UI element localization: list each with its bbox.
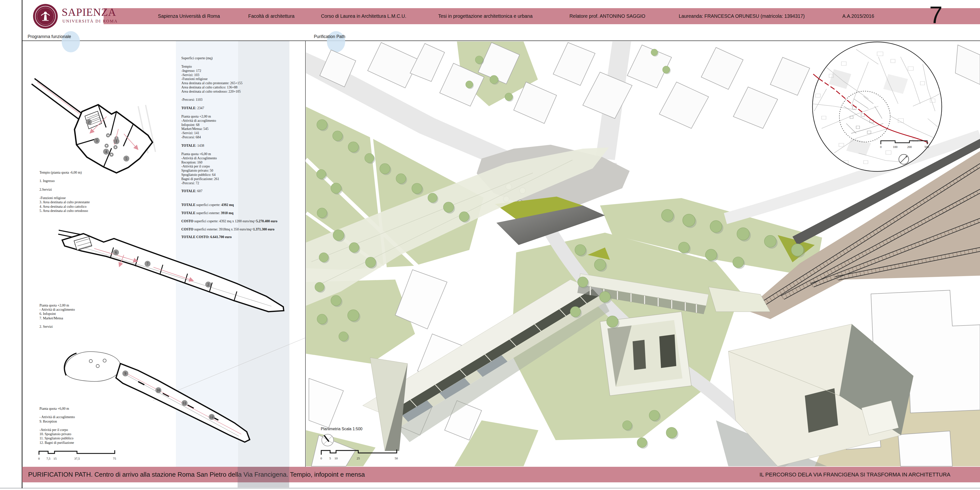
svg-text:9: 9 [125,372,126,375]
svg-text:4: 4 [105,150,107,153]
plans-scale-bar: 0 7,5 15 37,5 75 [38,450,116,460]
svg-text:1: 1 [116,140,118,143]
svg-text:25: 25 [357,456,360,460]
costo-esterne: COSTO superfici esterne: 3918mq x 350 eu… [181,227,290,231]
surfaces-tempio-block: Tempio -Ingresso: 172 -Servizi: 103 -Fun… [181,65,288,94]
plan1-legend: Tempio (pianta quota -6,00 m) 1. Ingress… [40,171,146,213]
header-bar: Sapienza Università di Roma Facoltà di a… [103,8,980,24]
header-item-year: A.A.2015/2016 [842,8,874,24]
svg-text:11: 11 [183,401,186,405]
plan-tempio [32,78,156,173]
svg-text:6: 6 [115,251,117,254]
svg-text:10: 10 [334,456,338,460]
svg-text:100: 100 [893,145,897,149]
footer-bar: PURIFICATION PATH. Centro di arrivo alla… [22,467,980,482]
svg-text:7,5: 7,5 [46,456,50,460]
plan2-legend: Pianta quota +2,00 m - Attività di accog… [40,303,146,329]
surfaces-totale-2: TOTALE: 1438 [181,144,290,148]
header-item-university: Sapienza Università di Roma [158,8,220,24]
plan-north-icon [322,434,334,446]
svg-text:0: 0 [880,145,881,149]
svg-text:75: 75 [113,456,116,460]
costo-coperte: COSTO superfici coperte: 4392 mq x 1200 … [181,219,290,223]
footer-grey-strip [238,467,289,488]
header-item-laureanda: Laureanda: FRANCESCA ORUNESU (matricola:… [679,8,805,24]
totale-esterne: TOTALE superfici esterne: 3918 mq [181,211,290,215]
svg-text:200: 200 [907,145,912,149]
svg-text:10: 10 [157,388,160,392]
svg-text:5: 5 [126,157,127,161]
svg-text:2: 2 [88,120,90,124]
header-item-relatore: Relatore prof. ANTONINO SAGGIO [570,8,645,24]
section-label-programma: Programma funzionale [28,34,71,39]
svg-text:3: 3 [96,139,98,143]
svg-text:0: 0 [38,456,40,460]
svg-text:15: 15 [54,456,57,460]
page-number: 7 [915,3,942,27]
svg-text:500: 500 [924,145,929,149]
svg-text:12: 12 [210,415,213,419]
footer-title: PURIFICATION PATH. Centro di arrivo alla… [28,467,365,482]
svg-text:Planimetria Scala 1:500: Planimetria Scala 1:500 [321,427,363,431]
totale-costo: TOTALE COSTO: 6.641.700 euro [181,235,290,239]
site-plan-svg: 0 100 200 500 Planimetria Scala 1:500 [305,41,980,467]
footer-right-motto: IL PERCORSO DELA VIA FRANCIGENA SI TRASF… [759,467,950,482]
svg-text:7: 7 [147,262,148,266]
svg-text:0: 0 [320,456,322,460]
plan3-legend: Pianta quota +6,00 m - Attività di accog… [40,407,146,445]
surfaces-totale-3: TOTALE: 607 [181,189,290,193]
svg-text:5: 5 [329,456,331,460]
logo-title: SAPIENZA [62,6,116,19]
floor-plans-svg: 1 2 3 4 5 6 7 2 9 10 11 12 0 7,5 15 37,5 [8,41,305,467]
surfaces-percorsi: -Percorsi: 1103 [181,98,288,102]
board-left-rule [22,0,22,488]
surfaces-title: Superfici coperte (mq) [181,56,288,61]
inset-north-icon [899,154,909,164]
board-bottom-rule [0,488,980,488]
plan-quota2 [58,230,284,312]
svg-text:50: 50 [395,456,398,460]
sapienza-emblem-icon [33,3,58,29]
surfaces-totale-1: TOTALE: 2347 [181,106,290,110]
logo-subtitle: UNIVERSITÀ DI ROMA [62,19,118,24]
header-item-faculty: Facoltà di architettura [248,8,294,24]
surfaces-quota6-block: Pianta quota +6,00 m -Attività di Accogl… [181,152,288,185]
svg-text:2: 2 [207,283,209,286]
thesis-board: SAPIENZA UNIVERSITÀ DI ROMA Sapienza Uni… [0,0,980,490]
svg-text:37,5: 37,5 [74,456,80,460]
surfaces-quota2-block: Pianta quota +2,00 m -Attività di accogl… [181,115,288,140]
section-label-purification: Purification Path [314,34,345,39]
header-item-course: Corso di Laurea in Architettura L.M.C.U. [321,8,406,24]
header-item-thesis: Tesi in progettazione architettonica e u… [438,8,533,24]
totale-coperte: TOTALE superfici coperte: 4392 mq [181,203,290,207]
